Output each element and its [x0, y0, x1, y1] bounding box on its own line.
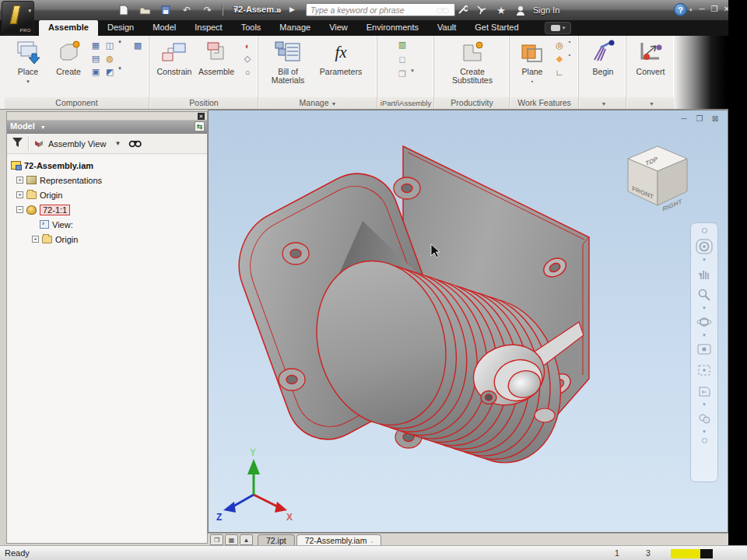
tab-tools[interactable]: Tools: [232, 20, 271, 36]
expand-icon[interactable]: +: [32, 236, 39, 243]
create-iassembly-icon[interactable]: ▥: [395, 38, 409, 51]
panel-grip[interactable]: ✕: [7, 112, 207, 121]
copy-component-icon[interactable]: ▤: [89, 52, 103, 65]
tree-item-origin[interactable]: + Origin: [7, 187, 207, 202]
chevron-down-icon: ▼: [40, 124, 46, 130]
tree-item-part-origin[interactable]: + Origin: [7, 232, 207, 247]
grip-snap-icon[interactable]: ◐: [240, 39, 254, 52]
wrench-icon[interactable]: [455, 4, 469, 17]
group-label-ipart[interactable]: iPart/iAssembly: [378, 97, 433, 109]
tab-view[interactable]: View: [320, 20, 357, 36]
parameters-button[interactable]: fx Parameters: [315, 38, 366, 76]
search-input[interactable]: [306, 3, 455, 16]
panel-swap-icon[interactable]: ⇆: [195, 121, 205, 131]
bill-of-materials-button[interactable]: Bill of Materials: [265, 38, 310, 85]
minimize-button[interactable]: ─: [697, 4, 707, 14]
plane-button[interactable]: Plane ▪: [514, 38, 551, 86]
assembly-icon: [11, 161, 21, 170]
create-substitutes-button[interactable]: Create Substitutes: [443, 38, 502, 85]
browser-search-button[interactable]: [128, 137, 142, 151]
collapse-icon[interactable]: −: [16, 206, 23, 213]
tab-model[interactable]: Model: [143, 20, 185, 36]
place-button[interactable]: Place ▾: [9, 38, 47, 86]
satellite-icon[interactable]: [475, 4, 489, 17]
favorites-star-icon[interactable]: ★: [494, 4, 508, 17]
help-dropdown-icon[interactable]: ▾: [689, 7, 693, 13]
group-label-position[interactable]: Position: [150, 97, 258, 109]
tab-get-started[interactable]: Get Started: [465, 20, 528, 36]
tree-item-representations[interactable]: + Representations: [7, 173, 207, 187]
group-label-work-features[interactable]: Work Features: [510, 97, 578, 109]
application-menu-button[interactable]: ▾ PRO: [2, 1, 34, 35]
pattern-component-icon[interactable]: ▦: [89, 39, 103, 52]
filter-button[interactable]: [12, 137, 23, 151]
assembly-3d-model[interactable]: X Z Y: [209, 110, 729, 534]
search-binoculars-icon[interactable]: [436, 4, 450, 17]
create-substitutes-label: Create Substitutes: [443, 68, 502, 85]
edit-factory-icon[interactable]: ◻: [395, 53, 409, 66]
axis-icon[interactable]: ◎: [552, 39, 566, 52]
doc-tab-72ipt[interactable]: 72.ipt: [258, 534, 295, 546]
title-arrow-icon[interactable]: ▶: [289, 5, 295, 13]
sign-in-button[interactable]: Sign In: [533, 5, 559, 15]
tree-label: Representations: [40, 176, 102, 185]
tab-environments[interactable]: Environments: [357, 20, 428, 36]
undo-button[interactable]: ↶: [180, 4, 194, 16]
new-file-button[interactable]: [117, 4, 131, 16]
convert-button[interactable]: Convert: [632, 38, 669, 76]
tab-vault[interactable]: Vault: [428, 20, 465, 36]
constrain-button[interactable]: Constrain: [153, 38, 195, 76]
edit-member-icon[interactable]: ❐: [395, 68, 409, 81]
doc-tab-72-assembly[interactable]: 72-Assembly.iam▫: [296, 534, 381, 546]
tile-windows-button[interactable]: ▦: [225, 534, 238, 545]
ucs-icon[interactable]: ∟: [552, 65, 566, 79]
tree-item-assembly-root[interactable]: 72-Assembly.iam: [7, 158, 207, 173]
panel-close-icon[interactable]: ✕: [198, 113, 205, 120]
tab-manage[interactable]: Manage: [270, 20, 320, 36]
place-icon: [9, 38, 47, 66]
view-mode-selector[interactable]: Assembly View ▼: [33, 139, 121, 149]
tree-item-part-72[interactable]: − 72-1:1: [7, 202, 207, 217]
tab-design[interactable]: Design: [98, 20, 143, 36]
chevron-down-icon[interactable]: ▾: [117, 65, 123, 79]
group-label-begin[interactable]: ▼: [580, 97, 626, 109]
free-move-icon[interactable]: ◇: [240, 52, 254, 65]
plate-lower-hole: [535, 408, 555, 422]
chevron-down-icon[interactable]: ▪: [566, 39, 573, 52]
graphics-viewport[interactable]: ─ ❐ ⊠ TOP FRONT RIGHT ▼: [208, 110, 728, 533]
shrinkwrap-icon[interactable]: ◍: [103, 52, 117, 65]
user-icon[interactable]: [514, 4, 528, 17]
replace-component-icon[interactable]: ▣: [89, 65, 103, 79]
panel-header[interactable]: Model ▼ ⇆: [7, 121, 207, 134]
redo-button[interactable]: ↷: [201, 4, 215, 16]
make-layout-icon[interactable]: ◩: [103, 65, 117, 79]
group-label-component[interactable]: Component: [5, 97, 149, 109]
group-label-convert[interactable]: ▼: [627, 97, 674, 109]
assemble-button[interactable]: Assemble: [195, 38, 237, 76]
chevron-down-icon[interactable]: ▪: [566, 52, 573, 65]
chevron-down-icon[interactable]: ▾: [117, 39, 123, 52]
chevron-down-icon[interactable]: ▾: [409, 68, 416, 81]
create-button[interactable]: Create: [50, 38, 87, 76]
save-button[interactable]: [159, 4, 173, 16]
open-file-button[interactable]: [138, 4, 152, 16]
free-rotate-icon[interactable]: ○: [240, 65, 254, 79]
group-label-productivity[interactable]: Productivity: [435, 97, 509, 109]
bom-structure-icon[interactable]: ▩: [131, 39, 145, 52]
point-icon[interactable]: ◆: [552, 52, 566, 65]
coordinate-triad: X Z Y: [216, 447, 293, 523]
expand-icon[interactable]: +: [16, 177, 23, 184]
chevron-down-icon: ▼: [601, 101, 607, 107]
expand-tabs-button[interactable]: ▲: [240, 534, 253, 545]
group-label-manage[interactable]: Manage▼: [259, 97, 377, 109]
tab-inspect[interactable]: Inspect: [185, 20, 231, 36]
tree-item-view[interactable]: View:: [7, 217, 207, 232]
tab-assemble[interactable]: Assemble: [39, 20, 98, 36]
help-button[interactable]: ?: [674, 3, 687, 16]
screen-record-button[interactable]: ▾: [545, 22, 571, 34]
cascade-windows-button[interactable]: ❒: [210, 534, 223, 545]
maximize-button[interactable]: ❐: [710, 4, 719, 14]
expand-icon[interactable]: +: [16, 191, 23, 198]
begin-button[interactable]: Begin: [584, 38, 622, 76]
mirror-component-icon[interactable]: ◫: [103, 39, 117, 52]
